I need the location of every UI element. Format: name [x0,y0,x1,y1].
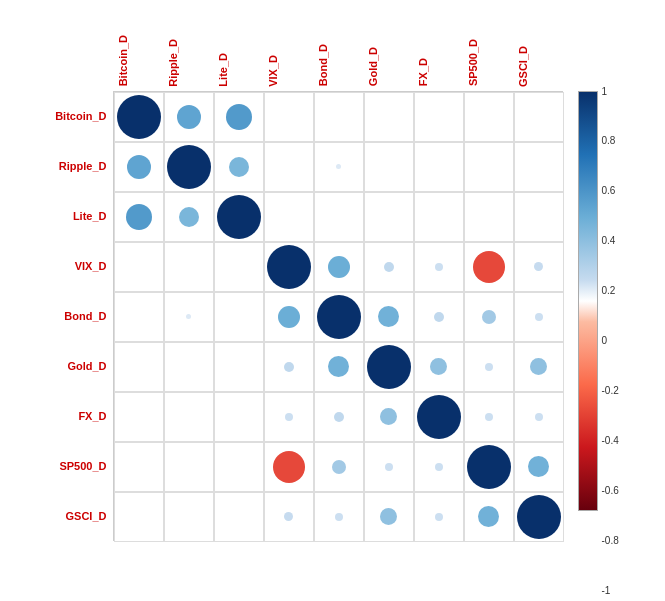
cell-8-4 [314,492,364,542]
row-header-sp500_d: SP500_D [23,441,113,491]
cell-6-0 [114,392,164,442]
cell-1-8 [514,142,564,192]
cell-7-6 [414,442,464,492]
cell-4-2 [214,292,264,342]
cell-1-5 [364,142,414,192]
cell-5-8 [514,342,564,392]
bubble-7-4 [332,460,346,474]
col-header-bond_d: Bond_D [313,11,363,91]
colorbar-label-02: 0.2 [602,285,616,296]
colorbar-gradient [578,91,598,511]
bubble-8-6 [435,513,443,521]
colorbar-label-04: 0.4 [602,235,616,246]
cell-1-7 [464,142,514,192]
bubble-6-8 [535,413,543,421]
bubble-4-5 [378,306,399,327]
bubble-3-8 [534,262,543,271]
cell-7-4 [314,442,364,492]
colorbar-label-1: 1 [602,85,608,96]
bubble-5-5 [367,345,411,389]
row-header-lite_d: Lite_D [23,191,113,241]
cell-5-5 [364,342,414,392]
cell-1-0 [114,142,164,192]
cell-1-4 [314,142,364,192]
bubble-4-4 [317,295,361,339]
bubble-3-5 [384,262,394,272]
cell-5-7 [464,342,514,392]
bubble-1-4 [336,164,341,169]
colorbar: 10.80.60.40.20-0.2-0.4-0.6-0.8-1 [578,91,598,541]
bubble-3-3 [267,245,311,289]
bubble-7-3 [273,451,305,483]
colorbar-label-06: 0.6 [602,185,616,196]
bubble-0-0 [117,95,161,139]
bubble-4-3 [278,306,300,328]
cell-7-0 [114,442,164,492]
cell-7-8 [514,442,564,492]
cell-5-6 [414,342,464,392]
bubble-4-8 [535,313,543,321]
bubble-8-3 [284,512,293,521]
cell-0-8 [514,92,564,142]
cell-5-2 [214,342,264,392]
bubble-4-1 [186,314,191,319]
cell-0-5 [364,92,414,142]
col-header-gold_d: Gold_D [363,11,413,91]
cell-3-1 [164,242,214,292]
cell-4-8 [514,292,564,342]
row-header-gsci_d: GSCI_D [23,491,113,541]
col-header-gsci_d: GSCI_D [513,11,563,91]
colorbar-label-0: 0 [602,335,608,346]
cell-3-7 [464,242,514,292]
colorbar-labels: 10.80.60.40.20-0.2-0.4-0.6-0.8-1 [602,91,632,511]
cell-7-5 [364,442,414,492]
cell-8-7 [464,492,514,542]
colorbar-label-neg02: -0.2 [602,385,619,396]
cell-1-1 [164,142,214,192]
cell-7-1 [164,442,214,492]
cell-5-4 [314,342,364,392]
cell-4-7 [464,292,514,342]
cell-6-3 [264,392,314,442]
cell-5-1 [164,342,214,392]
bubble-8-8 [517,495,561,539]
bubble-2-0 [126,204,152,230]
cell-0-2 [214,92,264,142]
cell-4-0 [114,292,164,342]
cell-4-5 [364,292,414,342]
colorbar-label-08: 0.8 [602,135,616,146]
bubble-6-6 [417,395,461,439]
row-header-ripple_d: Ripple_D [23,141,113,191]
cell-2-5 [364,192,414,242]
col-header-bitcoin_d: Bitcoin_D [113,11,163,91]
cell-7-7 [464,442,514,492]
cell-2-6 [414,192,464,242]
bubble-4-7 [482,310,496,324]
bubble-5-6 [430,358,447,375]
column-headers: Bitcoin_DRipple_DLite_DVIX_DBond_DGold_D… [113,11,563,91]
cell-2-7 [464,192,514,242]
bubble-2-1 [179,207,199,227]
cell-4-6 [414,292,464,342]
cell-6-7 [464,392,514,442]
bubble-1-0 [127,155,151,179]
cell-7-2 [214,442,264,492]
cell-3-6 [414,242,464,292]
chart-container: Bitcoin_DRipple_DLite_DVIX_DBond_DGold_D… [23,11,643,591]
bubble-5-4 [328,356,349,377]
cell-1-3 [264,142,314,192]
cell-2-1 [164,192,214,242]
bubble-6-4 [334,412,344,422]
cell-6-6 [414,392,464,442]
bubble-2-2 [217,195,261,239]
bubble-3-6 [435,263,443,271]
colorbar-label-neg08: -0.8 [602,535,619,546]
cell-5-0 [114,342,164,392]
cell-3-2 [214,242,264,292]
bubble-8-5 [380,508,397,525]
cell-4-3 [264,292,314,342]
bubble-8-4 [335,513,343,521]
bubble-6-3 [285,413,293,421]
row-headers: Bitcoin_DRipple_DLite_DVIX_DBond_DGold_D… [23,91,113,541]
row-header-vix_d: VIX_D [23,241,113,291]
